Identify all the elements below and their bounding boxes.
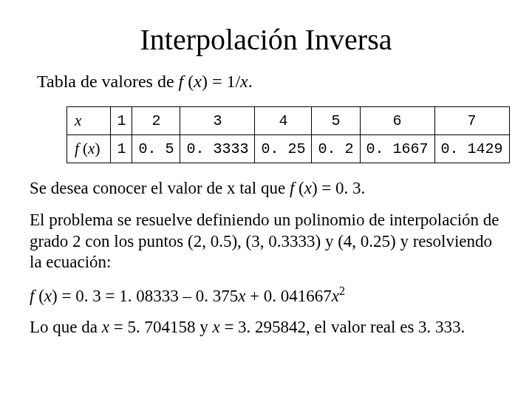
table-cell: 0. 25 bbox=[255, 135, 312, 163]
table-cell: 0. 1429 bbox=[434, 135, 509, 163]
p1-open: ( bbox=[299, 179, 304, 197]
table-row: f (x) 1 0. 5 0. 3333 0. 25 0. 2 0. 1667 … bbox=[67, 135, 510, 163]
fx-close: ) bbox=[95, 140, 100, 157]
p1-text: Se desea conocer el valor de x tal que bbox=[30, 179, 290, 197]
table-cell: 3 bbox=[180, 107, 255, 135]
values-table: x 1 2 3 4 5 6 7 f (x) 1 0. 5 0. 3333 0. … bbox=[66, 106, 510, 163]
table-cell: 5 bbox=[312, 107, 360, 135]
eq-x3: x bbox=[332, 287, 339, 305]
page-title: Interpolación Inversa bbox=[30, 22, 502, 57]
table-caption: Tabla de valores de f (x) = 1/x. bbox=[37, 72, 502, 92]
p1-close: ) = 0. 3. bbox=[312, 179, 365, 197]
table-cell: 1 bbox=[111, 107, 132, 135]
eq-open: ( bbox=[38, 287, 44, 305]
table-cell: 0. 1667 bbox=[360, 135, 434, 163]
p1-x: x bbox=[304, 179, 312, 197]
slide: Interpolación Inversa Tabla de valores d… bbox=[0, 0, 532, 399]
caption-text: Tabla de valores de bbox=[37, 72, 179, 91]
eq-mid: ) = 0. 3 = 1. 08333 – 0. 375 bbox=[52, 287, 238, 305]
eq-f: f bbox=[30, 287, 38, 305]
p4-b: = 5. 704158 y bbox=[109, 318, 212, 336]
p4-x2: x bbox=[212, 318, 219, 336]
table-cell: 1 bbox=[111, 135, 132, 163]
table-cell: 4 bbox=[255, 107, 312, 135]
table-cell: 6 bbox=[360, 107, 434, 135]
table-cell: 0. 2 bbox=[312, 135, 360, 163]
paragraph-1: Se desea conocer el valor de x tal que f… bbox=[30, 178, 502, 200]
table-row: x 1 2 3 4 5 6 7 bbox=[67, 107, 510, 135]
table-cell: 0. 5 bbox=[132, 135, 180, 163]
equation: f (x) = 0. 3 = 1. 08333 – 0. 375x + 0. 0… bbox=[30, 284, 502, 307]
table-cell: 2 bbox=[132, 107, 180, 135]
row-header-fx: f (x) bbox=[67, 135, 111, 163]
eq-x2: x bbox=[238, 287, 245, 305]
paragraph-2: El problema se resuelve definiendo un po… bbox=[30, 210, 502, 273]
caption-dot: . bbox=[248, 72, 253, 91]
p4-x1: x bbox=[102, 318, 109, 336]
caption-fn: f bbox=[179, 72, 188, 91]
caption-x: x bbox=[194, 72, 202, 91]
eq-squared: 2 bbox=[339, 284, 345, 297]
p1-f: f bbox=[290, 179, 299, 197]
p4-a: Lo que da bbox=[30, 318, 102, 336]
eq-x: x bbox=[44, 287, 52, 305]
paragraph-4: Lo que da x = 5. 704158 y x = 3. 295842,… bbox=[30, 317, 502, 338]
x-label: x bbox=[75, 112, 81, 129]
caption-x2: x bbox=[240, 72, 248, 91]
table-cell: 7 bbox=[434, 107, 509, 135]
table-cell: 0. 3333 bbox=[180, 135, 255, 163]
caption-mid: ) = 1/ bbox=[202, 72, 240, 91]
p4-c: = 3. 295842, el valor real es 3. 333. bbox=[220, 318, 466, 336]
fx-f: f bbox=[75, 140, 83, 157]
eq-plus: + 0. 041667 bbox=[245, 287, 331, 305]
row-header-x: x bbox=[67, 107, 111, 135]
